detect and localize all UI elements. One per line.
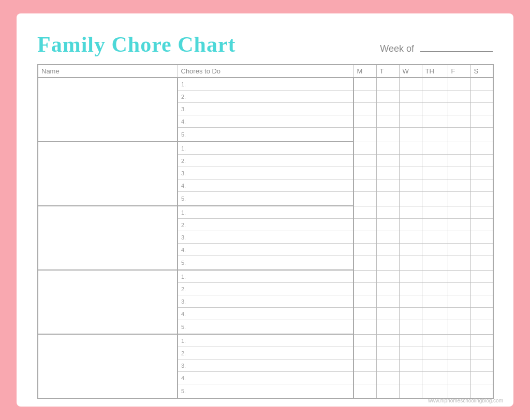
day-check-5-w-5[interactable] — [400, 384, 422, 397]
day-check-1-s-4[interactable] — [471, 115, 493, 128]
day-check-5-f-3[interactable] — [448, 359, 470, 372]
day-check-2-th-3[interactable] — [422, 167, 448, 179]
chore-line-5-1[interactable]: 1. — [178, 335, 353, 347]
day-check-3-th-4[interactable] — [422, 244, 448, 256]
chore-line-4-4[interactable]: 4. — [178, 308, 353, 320]
day-check-3-w-4[interactable] — [400, 244, 422, 256]
day-check-4-f-3[interactable] — [448, 295, 470, 308]
day-check-1-m-4[interactable] — [354, 115, 376, 128]
day-check-3-m-1[interactable] — [354, 206, 376, 219]
day-check-2-m-1[interactable] — [354, 142, 376, 155]
day-check-4-th-1[interactable] — [422, 271, 448, 283]
day-check-2-t-5[interactable] — [377, 192, 399, 204]
day-check-4-w-5[interactable] — [400, 320, 422, 333]
day-check-3-t-2[interactable] — [377, 219, 399, 231]
day-check-2-t-1[interactable] — [377, 142, 399, 155]
day-check-4-th-3[interactable] — [422, 295, 448, 308]
day-check-4-t-1[interactable] — [377, 271, 399, 283]
day-check-5-f-2[interactable] — [448, 347, 470, 359]
day-check-4-th-4[interactable] — [422, 308, 448, 320]
chore-line-5-4[interactable]: 4. — [178, 372, 353, 384]
day-check-1-w-2[interactable] — [400, 91, 422, 103]
day-check-2-th-2[interactable] — [422, 155, 448, 167]
day-check-3-f-3[interactable] — [448, 231, 470, 244]
day-check-4-t-2[interactable] — [377, 283, 399, 295]
day-check-2-s-2[interactable] — [471, 155, 493, 167]
day-check-4-m-3[interactable] — [354, 295, 376, 308]
chore-line-2-2[interactable]: 2. — [178, 155, 353, 167]
day-check-2-t-2[interactable] — [377, 155, 399, 167]
day-check-1-f-5[interactable] — [448, 128, 470, 140]
day-check-3-t-1[interactable] — [377, 206, 399, 219]
day-check-4-f-1[interactable] — [448, 271, 470, 283]
day-check-1-w-5[interactable] — [400, 128, 422, 140]
day-check-2-s-3[interactable] — [471, 167, 493, 179]
day-check-3-th-5[interactable] — [422, 256, 448, 268]
day-check-4-s-1[interactable] — [471, 271, 493, 283]
day-check-3-s-4[interactable] — [471, 244, 493, 256]
day-check-5-m-4[interactable] — [354, 372, 376, 384]
day-check-2-w-4[interactable] — [400, 179, 422, 192]
day-check-2-w-3[interactable] — [400, 167, 422, 179]
name-cell-3[interactable] — [38, 206, 178, 270]
day-check-4-s-4[interactable] — [471, 308, 493, 320]
day-check-5-s-4[interactable] — [471, 372, 493, 384]
day-check-3-m-5[interactable] — [354, 256, 376, 268]
day-check-2-f-1[interactable] — [448, 142, 470, 155]
day-check-2-m-3[interactable] — [354, 167, 376, 179]
day-check-3-w-5[interactable] — [400, 256, 422, 268]
day-check-5-t-1[interactable] — [377, 335, 399, 347]
day-check-5-th-2[interactable] — [422, 347, 448, 359]
day-check-5-th-5[interactable] — [422, 384, 448, 397]
chore-line-5-5[interactable]: 5. — [178, 384, 353, 397]
day-check-4-m-4[interactable] — [354, 308, 376, 320]
day-check-3-s-1[interactable] — [471, 206, 493, 219]
day-check-1-th-2[interactable] — [422, 91, 448, 103]
chore-line-2-1[interactable]: 1. — [178, 142, 353, 155]
day-check-3-w-3[interactable] — [400, 231, 422, 244]
day-check-5-f-4[interactable] — [448, 372, 470, 384]
day-check-2-f-4[interactable] — [448, 179, 470, 192]
day-check-4-f-4[interactable] — [448, 308, 470, 320]
day-check-1-s-5[interactable] — [471, 128, 493, 140]
day-check-5-m-1[interactable] — [354, 335, 376, 347]
day-check-5-w-1[interactable] — [400, 335, 422, 347]
day-check-3-t-4[interactable] — [377, 244, 399, 256]
chore-line-1-1[interactable]: 1. — [178, 78, 353, 91]
day-check-4-w-2[interactable] — [400, 283, 422, 295]
chore-line-5-3[interactable]: 3. — [178, 359, 353, 372]
day-check-1-th-4[interactable] — [422, 115, 448, 128]
day-check-5-s-5[interactable] — [471, 384, 493, 397]
day-check-1-f-2[interactable] — [448, 91, 470, 103]
day-check-2-s-1[interactable] — [471, 142, 493, 155]
day-check-5-s-3[interactable] — [471, 359, 493, 372]
day-check-1-m-5[interactable] — [354, 128, 376, 140]
day-check-4-m-5[interactable] — [354, 320, 376, 333]
name-cell-5[interactable] — [38, 334, 178, 398]
day-check-1-th-5[interactable] — [422, 128, 448, 140]
day-check-1-t-5[interactable] — [377, 128, 399, 140]
day-check-1-t-3[interactable] — [377, 103, 399, 115]
day-check-5-t-2[interactable] — [377, 347, 399, 359]
day-check-3-w-1[interactable] — [400, 206, 422, 219]
day-check-1-s-1[interactable] — [471, 78, 493, 91]
day-check-5-w-4[interactable] — [400, 372, 422, 384]
chore-line-2-5[interactable]: 5. — [178, 192, 353, 204]
day-check-5-f-1[interactable] — [448, 335, 470, 347]
day-check-1-f-4[interactable] — [448, 115, 470, 128]
day-check-3-m-3[interactable] — [354, 231, 376, 244]
day-check-4-s-3[interactable] — [471, 295, 493, 308]
day-check-2-w-2[interactable] — [400, 155, 422, 167]
day-check-4-th-5[interactable] — [422, 320, 448, 333]
day-check-3-m-4[interactable] — [354, 244, 376, 256]
day-check-2-f-3[interactable] — [448, 167, 470, 179]
chore-line-3-3[interactable]: 3. — [178, 231, 353, 244]
day-check-4-f-5[interactable] — [448, 320, 470, 333]
day-check-2-th-5[interactable] — [422, 192, 448, 204]
day-check-3-w-2[interactable] — [400, 219, 422, 231]
name-cell-2[interactable] — [38, 142, 178, 206]
day-check-2-t-3[interactable] — [377, 167, 399, 179]
day-check-1-f-3[interactable] — [448, 103, 470, 115]
day-check-1-t-4[interactable] — [377, 115, 399, 128]
day-check-4-s-5[interactable] — [471, 320, 493, 333]
